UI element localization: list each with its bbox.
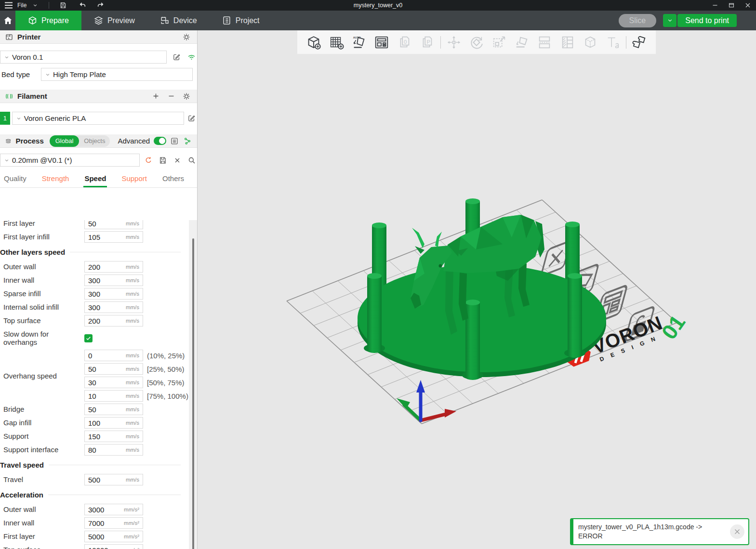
setting-row: Inner wall 7000mm/s² bbox=[0, 516, 189, 530]
section-other-layers: Other layers speed bbox=[0, 244, 189, 260]
inner-wall-speed-input[interactable]: 300mm/s bbox=[84, 274, 143, 286]
setting-row: Gap infill 100mm/s bbox=[0, 416, 189, 430]
paste-button[interactable] bbox=[417, 33, 437, 52]
save-profile-icon[interactable] bbox=[158, 155, 169, 166]
rotate-button[interactable] bbox=[467, 33, 486, 52]
printer-name: Voron 0.1 bbox=[12, 53, 43, 61]
viewport-toolbar bbox=[297, 30, 656, 54]
file-menu-chevron-icon[interactable] bbox=[29, 0, 41, 11]
setting-overview-icon[interactable] bbox=[170, 135, 179, 147]
tab-speed[interactable]: Speed bbox=[84, 172, 106, 187]
advanced-label: Advanced bbox=[118, 137, 150, 145]
slice-button[interactable]: Slice bbox=[619, 14, 657, 27]
overhang-speed-input-3[interactable]: 30mm/s bbox=[84, 377, 143, 388]
copy-button[interactable] bbox=[395, 33, 414, 52]
add-plate-button[interactable] bbox=[327, 33, 346, 52]
split-button[interactable] bbox=[535, 33, 554, 52]
printer-connection-wifi-icon[interactable] bbox=[186, 52, 197, 63]
printer-select[interactable]: Voron 0.1 bbox=[0, 51, 167, 64]
advanced-toggle[interactable] bbox=[154, 137, 166, 145]
delete-profile-icon[interactable] bbox=[172, 155, 183, 166]
filament-select[interactable]: Voron Generic PLA bbox=[12, 112, 184, 125]
notification-close-button[interactable] bbox=[730, 524, 744, 539]
scope-global[interactable]: Global bbox=[50, 135, 80, 147]
overhang-speed-input-2[interactable]: 50mm/s bbox=[84, 363, 143, 375]
add-text-button[interactable] bbox=[603, 33, 623, 52]
build-plate-scene: VORON D E S I G N 01 bbox=[198, 30, 756, 549]
save-project-button[interactable] bbox=[57, 0, 69, 10]
setting-row: First layer infill 105mm/s bbox=[0, 230, 189, 244]
overhang-speed-input-4[interactable]: 10mm/s bbox=[84, 390, 143, 402]
reset-profile-icon[interactable] bbox=[143, 155, 154, 166]
first-layer-speed-input[interactable]: 50mm/s bbox=[84, 220, 143, 229]
app-menu-icon[interactable] bbox=[3, 0, 14, 11]
tab-prepare[interactable]: Prepare bbox=[15, 11, 81, 30]
first-layer-accel-input[interactable]: 5000mm/s² bbox=[84, 531, 143, 542]
undo-button[interactable] bbox=[76, 0, 89, 10]
chevron-down-icon bbox=[3, 157, 10, 164]
redo-button[interactable] bbox=[94, 0, 107, 10]
setting-label: Outer wall bbox=[0, 505, 84, 513]
main-nav-bar: Prepare Preview Device Project Slice Sen… bbox=[0, 11, 756, 30]
search-settings-icon[interactable] bbox=[186, 155, 197, 166]
variable-layer-height-button[interactable] bbox=[558, 33, 577, 52]
tab-strength[interactable]: Strength bbox=[42, 172, 69, 187]
tab-device[interactable]: Device bbox=[147, 11, 210, 30]
notification-filename: mystery_tower_v0_PLA_1h13m.gcode -> bbox=[578, 523, 727, 532]
top-surface-speed-input[interactable]: 200mm/s bbox=[84, 315, 143, 327]
tab-quality[interactable]: Quality bbox=[4, 172, 27, 187]
model-mystery-tower[interactable] bbox=[358, 198, 606, 380]
tab-others[interactable]: Others bbox=[162, 172, 184, 187]
bed-type-select[interactable]: High Temp Plate bbox=[41, 68, 193, 81]
add-filament-button[interactable] bbox=[150, 91, 161, 102]
close-button[interactable] bbox=[740, 0, 756, 11]
viewport-3d[interactable]: VORON D E S I G N 01 bbox=[198, 30, 756, 549]
compare-presets-icon[interactable] bbox=[183, 135, 192, 147]
travel-speed-input[interactable]: 500mm/s bbox=[84, 474, 143, 485]
printer-settings-gear-icon[interactable] bbox=[181, 31, 192, 43]
filament-edit-icon[interactable] bbox=[186, 113, 197, 124]
auto-orient-button[interactable] bbox=[349, 33, 369, 52]
send-to-print-button[interactable]: Send to print bbox=[677, 14, 737, 27]
gap-infill-speed-input[interactable]: 100mm/s bbox=[84, 417, 143, 429]
first-layer-infill-speed-input[interactable]: 105mm/s bbox=[84, 231, 143, 243]
bridge-speed-input[interactable]: 50mm/s bbox=[84, 404, 143, 415]
assembly-view-button[interactable] bbox=[630, 33, 649, 52]
outer-wall-speed-input[interactable]: 200mm/s bbox=[84, 261, 143, 273]
file-menu[interactable]: File bbox=[17, 2, 27, 9]
send-options-button[interactable] bbox=[663, 14, 676, 27]
sparse-infill-speed-input[interactable]: 300mm/s bbox=[84, 288, 143, 300]
process-tabs: Quality Strength Speed Support Others bbox=[0, 172, 197, 188]
tab-support[interactable]: Support bbox=[121, 172, 147, 187]
printer-edit-icon[interactable] bbox=[171, 52, 182, 63]
scrollbar-thumb[interactable] bbox=[192, 238, 194, 549]
move-button[interactable] bbox=[444, 33, 464, 52]
process-scope-toggle[interactable]: Global Objects bbox=[50, 135, 110, 147]
support-interface-speed-input[interactable]: 80mm/s bbox=[84, 444, 143, 456]
minimize-button[interactable] bbox=[707, 0, 723, 11]
scale-button[interactable] bbox=[490, 33, 509, 52]
outer-wall-accel-input[interactable]: 3000mm/s² bbox=[84, 504, 143, 515]
overhang-speed-input-1[interactable]: 0mm/s bbox=[84, 350, 143, 361]
settings-scrollbar[interactable] bbox=[189, 220, 197, 549]
inner-wall-accel-input[interactable]: 7000mm/s² bbox=[84, 517, 143, 529]
mesh-boolean-button[interactable] bbox=[581, 33, 600, 52]
tab-project[interactable]: Project bbox=[210, 11, 272, 30]
maximize-button[interactable] bbox=[723, 0, 740, 11]
filament-settings-gear-icon[interactable] bbox=[181, 91, 192, 102]
lay-on-face-button[interactable] bbox=[512, 33, 531, 52]
scope-objects[interactable]: Objects bbox=[79, 136, 110, 146]
home-button[interactable] bbox=[0, 11, 15, 30]
arrange-button[interactable] bbox=[372, 33, 391, 52]
tab-preview[interactable]: Preview bbox=[81, 11, 147, 30]
section-travel-speed: Travel speed bbox=[0, 457, 189, 473]
add-object-button[interactable] bbox=[304, 33, 323, 52]
process-profile-select[interactable]: 0.20mm @V0.1 (*) bbox=[0, 154, 140, 167]
internal-solid-infill-speed-input[interactable]: 300mm/s bbox=[84, 301, 143, 313]
top-surface-accel-input[interactable]: 10000mm/s² bbox=[84, 544, 143, 549]
support-speed-input[interactable]: 150mm/s bbox=[84, 431, 143, 442]
remove-filament-button[interactable] bbox=[165, 91, 177, 102]
axis-gizmo bbox=[397, 380, 456, 420]
slow-down-overhangs-checkbox[interactable] bbox=[84, 334, 93, 342]
bed-type-label: Bed type bbox=[0, 70, 41, 78]
